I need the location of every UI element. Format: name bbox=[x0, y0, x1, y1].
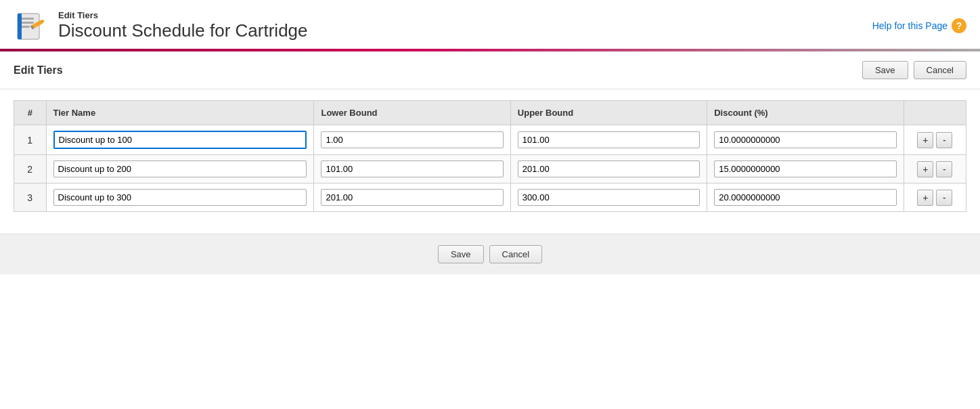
row-num: 3 bbox=[14, 184, 47, 212]
breadcrumb: Edit Tiers bbox=[58, 10, 308, 20]
lower-bound-cell bbox=[314, 184, 510, 212]
page-title: Discount Schedule for Cartridge bbox=[58, 20, 308, 41]
discount-input[interactable] bbox=[714, 189, 896, 206]
actions-cell: +- bbox=[904, 155, 966, 184]
help-link-text: Help for this Page bbox=[872, 20, 948, 31]
svg-rect-1 bbox=[20, 18, 34, 20]
col-header-actions bbox=[904, 101, 966, 125]
remove-tier-button[interactable]: - bbox=[936, 190, 952, 206]
header-left: Edit Tiers Discount Schedule for Cartrid… bbox=[14, 8, 308, 43]
table-row: 1+- bbox=[14, 125, 966, 155]
page-header: Edit Tiers Discount Schedule for Cartrid… bbox=[0, 0, 980, 49]
remove-tier-button[interactable]: - bbox=[936, 161, 952, 177]
svg-rect-3 bbox=[20, 26, 30, 28]
main-content: Edit Tiers Save Cancel # Tier Name Lower… bbox=[0, 51, 980, 223]
actions-cell: +- bbox=[904, 125, 966, 155]
cancel-button-bottom[interactable]: Cancel bbox=[489, 245, 542, 263]
save-button-top[interactable]: Save bbox=[862, 61, 908, 79]
lower-bound-input[interactable] bbox=[321, 160, 503, 177]
table-row: 3+- bbox=[14, 184, 966, 212]
table-row: 2+- bbox=[14, 155, 966, 184]
col-header-lower: Lower Bound bbox=[314, 101, 510, 125]
discount-input[interactable] bbox=[714, 131, 896, 148]
upper-bound-cell bbox=[510, 125, 707, 155]
col-header-num: # bbox=[14, 101, 47, 125]
footer-section: Save Cancel bbox=[0, 234, 980, 274]
add-tier-button[interactable]: + bbox=[917, 161, 933, 177]
action-buttons: +- bbox=[908, 161, 962, 177]
table-header-row: # Tier Name Lower Bound Upper Bound Disc… bbox=[14, 101, 966, 125]
tier-name-input[interactable] bbox=[53, 160, 307, 177]
section-title: Edit Tiers bbox=[14, 64, 862, 77]
edit-tiers-icon bbox=[14, 8, 49, 43]
col-header-name: Tier Name bbox=[46, 101, 314, 125]
upper-bound-input[interactable] bbox=[518, 189, 700, 206]
tier-name-cell bbox=[46, 184, 314, 212]
lower-bound-input[interactable] bbox=[321, 131, 503, 148]
tiers-table: # Tier Name Lower Bound Upper Bound Disc… bbox=[14, 100, 966, 212]
action-buttons: +- bbox=[908, 190, 962, 206]
col-header-upper: Upper Bound bbox=[510, 101, 707, 125]
lower-bound-input[interactable] bbox=[321, 189, 503, 206]
discount-cell bbox=[707, 125, 904, 155]
section-buttons: Save Cancel bbox=[862, 61, 966, 79]
upper-bound-cell bbox=[510, 184, 707, 212]
discount-input[interactable] bbox=[714, 160, 896, 177]
tier-name-cell bbox=[46, 155, 314, 184]
tier-name-input[interactable] bbox=[53, 131, 307, 149]
svg-rect-2 bbox=[20, 22, 34, 24]
upper-bound-input[interactable] bbox=[518, 160, 700, 177]
header-text: Edit Tiers Discount Schedule for Cartrid… bbox=[58, 10, 308, 41]
cancel-button-top[interactable]: Cancel bbox=[914, 61, 966, 79]
actions-cell: +- bbox=[904, 184, 966, 212]
section-header: Edit Tiers Save Cancel bbox=[0, 51, 980, 89]
discount-cell bbox=[707, 155, 904, 184]
lower-bound-cell bbox=[314, 155, 510, 184]
save-button-bottom[interactable]: Save bbox=[438, 245, 484, 263]
add-tier-button[interactable]: + bbox=[917, 132, 933, 148]
add-tier-button[interactable]: + bbox=[917, 190, 933, 206]
tier-name-input[interactable] bbox=[53, 189, 307, 206]
row-num: 2 bbox=[14, 155, 47, 184]
col-header-discount: Discount (%) bbox=[707, 101, 904, 125]
upper-bound-input[interactable] bbox=[518, 131, 700, 148]
svg-rect-4 bbox=[18, 14, 22, 39]
table-wrapper: # Tier Name Lower Bound Upper Bound Disc… bbox=[0, 89, 980, 223]
lower-bound-cell bbox=[314, 125, 510, 155]
action-buttons: +- bbox=[908, 132, 962, 148]
discount-cell bbox=[707, 184, 904, 212]
upper-bound-cell bbox=[510, 155, 707, 184]
remove-tier-button[interactable]: - bbox=[936, 132, 952, 148]
row-num: 1 bbox=[14, 125, 47, 155]
tier-name-cell bbox=[46, 125, 314, 155]
help-icon: ? bbox=[952, 18, 966, 33]
help-link[interactable]: Help for this Page ? bbox=[872, 18, 966, 33]
